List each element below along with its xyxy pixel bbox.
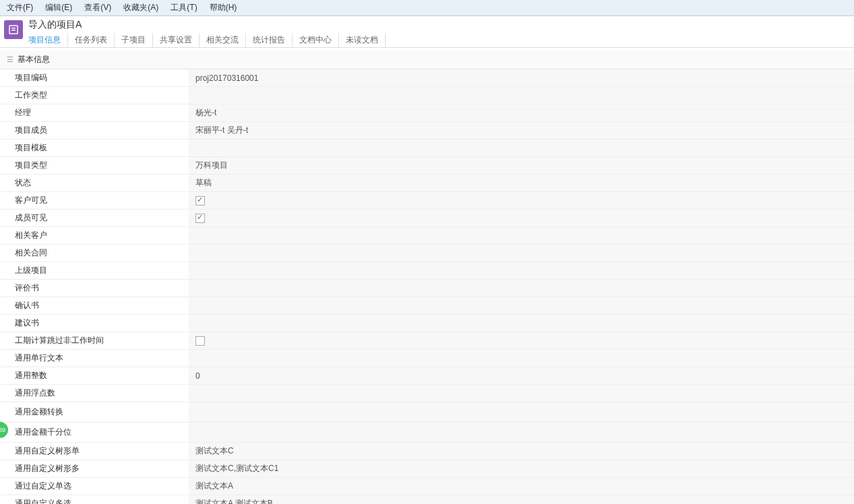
tab-4[interactable]: 相关交流	[200, 33, 246, 47]
field-label: 通用单行文本	[0, 350, 189, 367]
field-value	[189, 350, 854, 367]
field-value	[189, 262, 854, 279]
field-label: 通过自定义单选	[0, 478, 189, 495]
project-icon	[4, 20, 23, 39]
form-row: 经理杨光-t	[0, 104, 854, 122]
field-label: 通用浮点数	[0, 385, 189, 402]
field-value: proj20170316001	[189, 69, 854, 86]
header: 导入的项目A 项目信息任务列表子项目共享设置相关交流统计报告文档中心未读文档	[0, 16, 854, 48]
field-label: 工作类型	[0, 87, 189, 104]
menu-edit[interactable]: 编辑(E)	[45, 2, 72, 13]
tab-1[interactable]: 任务列表	[68, 33, 115, 47]
menu-bar: 文件(F) 编辑(E) 查看(V) 收藏夹(A) 工具(T) 帮助(H)	[0, 0, 854, 16]
field-label: 工期计算跳过非工作时间	[0, 332, 189, 349]
list-icon: ☰	[7, 56, 13, 63]
menu-help[interactable]: 帮助(H)	[210, 2, 237, 13]
field-label: 项目成员	[0, 122, 189, 139]
form-row: 通用浮点数	[0, 385, 854, 402]
field-label: 相关合同	[0, 245, 189, 261]
form-row: 客户可见	[0, 192, 854, 210]
field-label: 项目编码	[0, 69, 189, 86]
form-row: 通用金额转换	[0, 402, 854, 422]
checkbox-icon[interactable]	[195, 336, 205, 346]
form-row: 通用自定义树形多测试文本C,测试文本C1	[0, 460, 854, 478]
field-value: 万科项目	[189, 157, 854, 174]
tab-6[interactable]: 文档中心	[293, 33, 339, 47]
field-label: 项目类型	[0, 157, 189, 174]
field-value	[189, 402, 854, 422]
form-row: 建议书	[0, 315, 854, 332]
form-row: 项目类型万科项目	[0, 157, 854, 175]
form-row: 相关客户	[0, 227, 854, 245]
checkbox-icon[interactable]	[195, 196, 205, 206]
form-table: 项目编码proj20170316001工作类型经理杨光-t项目成员宋丽平-t 吴…	[0, 69, 854, 504]
checkbox-icon[interactable]	[195, 214, 205, 223]
section-header: ☰ 基本信息	[0, 51, 854, 69]
menu-tools[interactable]: 工具(T)	[171, 2, 197, 13]
field-label: 状态	[0, 175, 189, 191]
tab-7[interactable]: 未读文档	[339, 33, 386, 47]
field-value: 草稿	[189, 175, 854, 191]
field-label: 经理	[0, 104, 189, 121]
form-row: 通过自定义单选测试文本A	[0, 478, 854, 495]
field-label: 相关客户	[0, 227, 189, 244]
form-row: 项目成员宋丽平-t 吴丹-t	[0, 122, 854, 139]
field-label: 确认书	[0, 297, 189, 314]
field-label: 通用自定义树形单	[0, 443, 189, 460]
menu-file[interactable]: 文件(F)	[7, 2, 33, 13]
field-label: 项目模板	[0, 139, 189, 156]
form-row: 通用单行文本	[0, 350, 854, 367]
form-row: 通用自定义多选测试文本A 测试文本B	[0, 495, 854, 504]
field-value	[189, 315, 854, 332]
field-value	[189, 332, 854, 349]
field-label: 评价书	[0, 280, 189, 296]
field-label: 上级项目	[0, 262, 189, 279]
field-value	[189, 245, 854, 261]
form-row: 工期计算跳过非工作时间	[0, 332, 854, 350]
tab-0[interactable]: 项目信息	[28, 33, 68, 47]
field-value: 测试文本A	[189, 478, 854, 495]
menu-favorites[interactable]: 收藏夹(A)	[123, 2, 158, 13]
section-title: 基本信息	[18, 54, 50, 65]
field-value	[189, 227, 854, 244]
page-title: 导入的项目A	[28, 19, 849, 31]
form-row: 确认书	[0, 297, 854, 315]
field-label: 通用自定义树形多	[0, 460, 189, 477]
form-row: 相关合同	[0, 245, 854, 262]
field-label: 客户可见	[0, 192, 189, 209]
field-label: 通用整数	[0, 367, 189, 384]
form-row: 工作类型	[0, 87, 854, 104]
field-value: 宋丽平-t 吴丹-t	[189, 122, 854, 139]
field-value	[189, 385, 854, 402]
menu-view[interactable]: 查看(V)	[84, 2, 111, 13]
form-row: 上级项目	[0, 262, 854, 280]
form-row: 成员可见	[0, 210, 854, 227]
field-value	[189, 280, 854, 296]
form-row: 评价书	[0, 280, 854, 297]
form-row: 通用金额千分位	[0, 422, 854, 443]
field-value: 0	[189, 367, 854, 384]
field-value: 测试文本C,测试文本C1	[189, 460, 854, 477]
field-value	[189, 210, 854, 226]
form-row: 通用整数0	[0, 367, 854, 385]
form-row: 项目编码proj20170316001	[0, 69, 854, 87]
form-row: 状态草稿	[0, 175, 854, 192]
field-value	[189, 139, 854, 156]
form-row: 项目模板	[0, 139, 854, 157]
field-value: 杨光-t	[189, 104, 854, 121]
field-value: 测试文本A 测试文本B	[189, 495, 854, 504]
field-label: 建议书	[0, 315, 189, 332]
form-row: 通用自定义树形单测试文本C	[0, 443, 854, 460]
field-label: 通用金额千分位	[0, 422, 189, 442]
field-value	[189, 192, 854, 209]
tab-3[interactable]: 共享设置	[153, 33, 200, 47]
tabs: 项目信息任务列表子项目共享设置相关交流统计报告文档中心未读文档	[28, 33, 849, 47]
tab-5[interactable]: 统计报告	[246, 33, 293, 47]
field-label: 成员可见	[0, 210, 189, 226]
field-value	[189, 87, 854, 104]
field-value	[189, 297, 854, 314]
field-label: 通用金额转换	[0, 402, 189, 422]
field-label: 通用自定义多选	[0, 495, 189, 504]
field-value: 测试文本C	[189, 443, 854, 460]
tab-2[interactable]: 子项目	[115, 33, 153, 47]
